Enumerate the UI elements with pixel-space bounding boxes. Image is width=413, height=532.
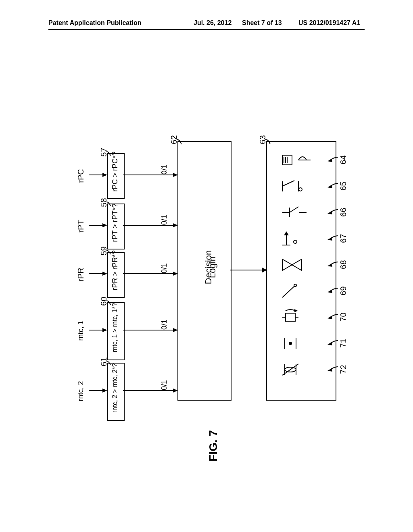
input-4: rntc, 1 <box>77 317 85 345</box>
input-5: rntc, 2 <box>77 377 85 405</box>
ref-66-arrow <box>323 209 339 215</box>
ref-72-arrow <box>323 366 339 372</box>
svg-marker-15 <box>102 328 107 332</box>
ref-71-arrow <box>323 340 339 346</box>
svg-line-35 <box>290 207 298 212</box>
svg-marker-57 <box>327 342 332 345</box>
arrow-in-5 <box>89 388 107 393</box>
cond-5: rntc, 2 > rntc, 2*? <box>111 368 119 413</box>
svg-marker-44 <box>292 259 302 270</box>
svg-line-46 <box>282 286 294 297</box>
ref-67: 67 <box>339 234 348 243</box>
svg-marker-48 <box>327 290 332 293</box>
svg-marker-42 <box>327 237 332 241</box>
svg-marker-7 <box>102 223 107 227</box>
svg-point-47 <box>294 284 296 287</box>
cond-3: rPR > rPR*? <box>111 258 119 291</box>
arrow-in-3 <box>89 271 107 276</box>
svg-marker-37 <box>327 211 332 214</box>
svg-point-41 <box>294 240 297 243</box>
svg-marker-21 <box>173 389 178 393</box>
ref-57-hook <box>106 151 116 157</box>
symbol-69 <box>278 282 323 300</box>
ref-66: 66 <box>339 208 348 216</box>
ref-64-arrow <box>323 156 339 163</box>
header-rule <box>48 29 365 30</box>
header-center: Jul. 26, 2012 <box>194 19 232 27</box>
symbol-68 <box>278 256 323 274</box>
symbol-72 <box>278 361 323 379</box>
svg-marker-53 <box>327 316 332 319</box>
svg-marker-13 <box>173 272 178 276</box>
ref-65-arrow <box>323 183 339 189</box>
ref-60-hook <box>106 300 116 306</box>
figure-label: FIG. 7 <box>207 430 220 461</box>
ref-61-hook <box>106 360 116 367</box>
svg-rect-49 <box>286 313 295 321</box>
symbol-71 <box>278 335 323 353</box>
ref-63-hook <box>265 139 277 147</box>
symbol-67 <box>278 230 323 248</box>
header-left: Patent Application Publication <box>48 19 142 27</box>
edge-5: 0/1 <box>160 380 169 390</box>
svg-line-30 <box>282 181 294 186</box>
arrow-out-1 <box>123 172 178 178</box>
svg-point-56 <box>289 342 292 345</box>
ref-68: 68 <box>339 260 348 269</box>
ref-65: 65 <box>339 181 348 190</box>
input-3: rPR <box>76 263 86 287</box>
svg-point-31 <box>299 188 302 191</box>
figure-7: Decision Login 62 63 rPC > rPC*? rPC 0/1… <box>48 60 365 472</box>
edge-4: 0/1 <box>160 320 169 330</box>
cond-2: rPT > rPT*? <box>111 210 119 242</box>
ref-72: 72 <box>339 365 348 374</box>
ref-71: 71 <box>339 339 348 347</box>
symbol-70 <box>278 308 323 326</box>
svg-marker-17 <box>173 328 178 332</box>
arrow-out-2 <box>123 222 178 228</box>
svg-marker-1 <box>262 268 267 272</box>
edge-1: 0/1 <box>160 164 169 175</box>
header-sheet: Sheet 7 of 13 <box>242 19 282 27</box>
svg-marker-32 <box>327 185 332 188</box>
symbol-66 <box>278 204 323 222</box>
svg-marker-11 <box>102 272 107 276</box>
svg-marker-5 <box>173 173 178 177</box>
input-2: rPT <box>76 214 86 239</box>
svg-marker-62 <box>327 368 332 372</box>
ref-67-arrow <box>323 235 339 241</box>
ref-68-arrow <box>323 261 339 268</box>
ref-64: 64 <box>339 155 348 164</box>
cond-4: rntc, 1 > rntc, 1*? <box>111 308 119 352</box>
svg-marker-43 <box>282 259 292 270</box>
ref-58-hook <box>106 201 116 208</box>
ref-69: 69 <box>339 286 348 295</box>
edge-3: 0/1 <box>160 263 169 273</box>
edge-2: 0/1 <box>160 215 169 225</box>
arrow-out-4 <box>123 327 178 333</box>
cond-1: rPC > rPC*? <box>111 160 119 192</box>
arrow-decision-outputs <box>230 266 267 274</box>
ref-70-arrow <box>323 314 339 320</box>
ref-59-hook <box>106 249 116 256</box>
decision-line2: Login <box>207 256 218 278</box>
arrow-out-3 <box>123 271 178 276</box>
svg-marker-27 <box>327 159 332 162</box>
svg-marker-45 <box>327 264 332 267</box>
input-1: rPC <box>76 164 86 188</box>
arrow-out-5 <box>123 388 178 393</box>
symbol-65 <box>278 177 323 195</box>
arrow-in-2 <box>89 222 107 228</box>
arrow-in-1 <box>89 172 107 178</box>
arrow-in-4 <box>89 327 107 333</box>
svg-marker-52 <box>294 309 298 312</box>
svg-marker-19 <box>102 389 107 393</box>
ref-70: 70 <box>339 312 348 321</box>
header-right: US 2012/0191427 A1 <box>298 19 360 27</box>
ref-62-hook <box>176 139 188 147</box>
ref-69-arrow <box>323 287 339 294</box>
svg-marker-9 <box>173 223 178 227</box>
symbol-64 <box>278 151 323 169</box>
svg-marker-3 <box>102 173 107 177</box>
svg-marker-39 <box>284 231 289 235</box>
